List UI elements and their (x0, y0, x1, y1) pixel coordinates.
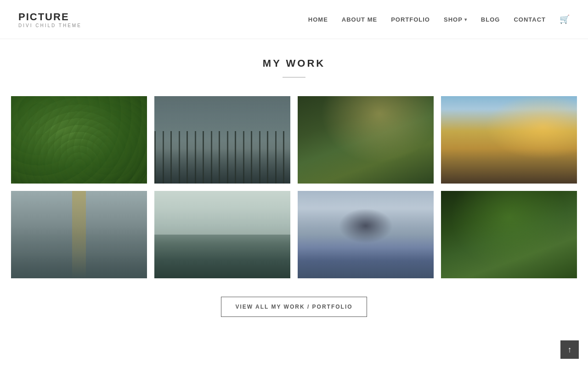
gallery-item-8[interactable] (441, 191, 577, 278)
nav-shop-label: SHOP (444, 16, 463, 23)
logo[interactable]: PICTURE DIVI CHILD THEME (18, 11, 82, 28)
section-divider (283, 77, 305, 78)
photo-misty-forest (154, 96, 290, 184)
nav-about-me[interactable]: ABOUT ME (342, 16, 377, 23)
gallery-item-2[interactable] (154, 96, 290, 184)
photo-aerial-forest (11, 96, 147, 184)
scroll-top-icon: ↑ (568, 345, 572, 355)
gallery-item-7[interactable] (298, 191, 434, 278)
gallery-grid (9, 96, 579, 278)
nav-home[interactable]: HOME (308, 16, 328, 23)
logo-title: PICTURE (18, 11, 82, 23)
cart-icon[interactable]: 🛒 (560, 14, 570, 24)
photo-green-oak (441, 191, 577, 278)
gallery-item-3[interactable] (298, 96, 434, 184)
section-title: MY WORK (9, 58, 579, 69)
view-all-button[interactable]: VIEW ALL MY WORK / PORTFOLIO (221, 297, 367, 317)
scroll-to-top-button[interactable]: ↑ (560, 340, 579, 359)
nav-blog[interactable]: BLOG (481, 16, 500, 23)
chevron-down-icon: ▾ (464, 17, 467, 22)
nav-portfolio[interactable]: PORTFOLIO (391, 16, 430, 23)
gallery-item-6[interactable] (154, 191, 290, 278)
photo-mountain-lake (298, 191, 434, 278)
main-nav: HOME ABOUT ME PORTFOLIO SHOP ▾ BLOG CONT… (308, 14, 570, 24)
nav-contact[interactable]: CONTACT (514, 16, 546, 23)
nav-shop[interactable]: SHOP ▾ (444, 16, 467, 23)
photo-sunset-hills (441, 96, 577, 184)
gallery-item-1[interactable] (11, 96, 147, 184)
header: PICTURE DIVI CHILD THEME HOME ABOUT ME P… (0, 0, 588, 39)
gallery-item-5[interactable] (11, 191, 147, 278)
gallery-item-4[interactable] (441, 96, 577, 184)
photo-foggy-pines (154, 191, 290, 278)
logo-subtitle: DIVI CHILD THEME (18, 23, 82, 28)
photo-rainy-road (11, 191, 147, 278)
photo-forest-light (298, 96, 434, 184)
main-content: MY WORK VIEW ALL MY WORK / PORTFOLI (0, 39, 588, 345)
view-all-container: VIEW ALL MY WORK / PORTFOLIO (9, 297, 579, 317)
